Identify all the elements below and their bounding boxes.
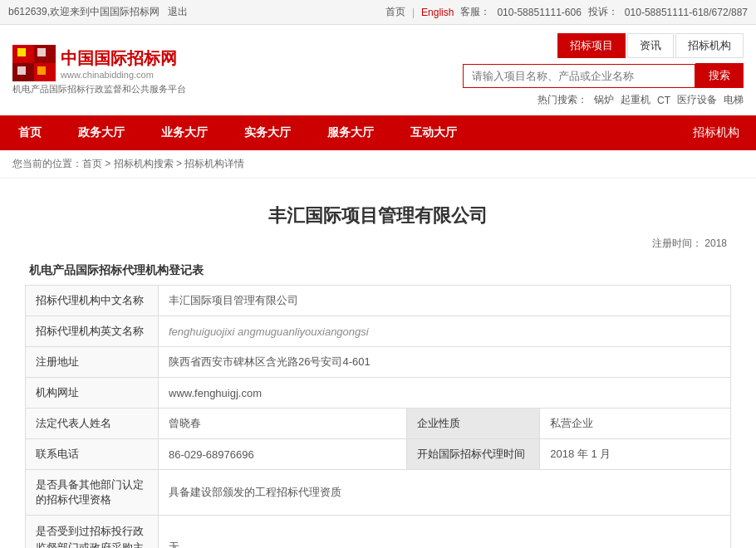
value-address: 陕西省西安市碑林区含光路26号安司4-601 bbox=[159, 347, 731, 378]
logo-svg bbox=[12, 45, 56, 81]
complaint-label: 投诉： bbox=[588, 5, 618, 19]
table-row-punishment: 是否受到过招标投行政监督部门或政府采购主管部门的行政处罚 无 bbox=[26, 516, 731, 549]
label-qualification: 是否具备其他部门认定的招标代理资格 bbox=[26, 470, 159, 516]
english-link[interactable]: English bbox=[421, 7, 454, 18]
search-button[interactable]: 搜索 bbox=[695, 63, 744, 88]
nav-interact[interactable]: 互动大厅 bbox=[392, 115, 475, 150]
label-cn-name: 招标代理机构中文名称 bbox=[26, 286, 159, 316]
svg-rect-6 bbox=[17, 66, 26, 75]
top-bar-right: 首页 | English 客服： 010-58851111-606 投诉： 01… bbox=[385, 5, 748, 19]
logout-link[interactable]: 退出 bbox=[168, 5, 188, 19]
nav-biz[interactable]: 业务大厅 bbox=[143, 115, 226, 150]
value-punishment: 无 bbox=[159, 516, 731, 549]
nav-home[interactable]: 首页 bbox=[0, 115, 60, 150]
value-en-name: fenghuiguojixi angmuguanliyouxiangongsi bbox=[159, 316, 731, 347]
table-section-title: 机电产品国际招标代理机构登记表 bbox=[25, 263, 731, 278]
svg-rect-4 bbox=[17, 48, 26, 56]
breadcrumb: 您当前的位置：首页 > 招标机构搜索 > 招标机构详情 bbox=[0, 150, 756, 179]
svg-rect-5 bbox=[37, 48, 46, 56]
nav-practice[interactable]: 实务大厅 bbox=[226, 115, 309, 150]
table-row-qualification: 是否具备其他部门认定的招标代理资格 具备建设部颁发的工程招标代理资质 bbox=[26, 470, 731, 516]
value-start-time: 2018 年 1 月 bbox=[540, 439, 731, 470]
separator: | bbox=[412, 7, 415, 18]
site-name: 中国国际招标网 bbox=[61, 47, 177, 70]
reg-time-value: 2018 bbox=[704, 237, 727, 249]
breadcrumb-text: 您当前的位置：首页 > 招标机构搜索 > 招标机构详情 bbox=[12, 158, 244, 169]
search-tab-news[interactable]: 资讯 bbox=[627, 33, 674, 58]
search-input[interactable] bbox=[463, 64, 695, 88]
table-row: 机构网址 www.fenghuigj.com bbox=[26, 378, 731, 409]
label-phone: 联系电话 bbox=[26, 439, 159, 470]
hot-item-3[interactable]: CT bbox=[657, 95, 670, 106]
value-cn-name: 丰汇国际项目管理有限公司 bbox=[159, 286, 731, 316]
label-en-name: 招标代理机构英文名称 bbox=[26, 316, 159, 347]
info-table: 招标代理机构中文名称 丰汇国际项目管理有限公司 招标代理机构英文名称 fengh… bbox=[25, 285, 731, 548]
label-website: 机构网址 bbox=[26, 378, 159, 409]
value-phone: 86-029-68976696 bbox=[159, 439, 407, 470]
svg-rect-7 bbox=[37, 66, 46, 75]
top-bar: b612639,欢迎来到中国国际招标网 退出 首页 | English 客服： … bbox=[0, 0, 756, 25]
main-content: 丰汇国际项目管理有限公司 注册时间： 2018 机电产品国际招标代理机构登记表 … bbox=[0, 179, 756, 548]
value-website: www.fenghuigj.com bbox=[159, 378, 731, 409]
service-phone: 010-58851111-606 bbox=[497, 7, 581, 18]
user-greeting: b612639,欢迎来到中国国际招标网 bbox=[8, 5, 160, 19]
logo-text-block: 中国国际招标网 www.chinabidding.com bbox=[61, 47, 177, 80]
nav-agency[interactable]: 招标机构 bbox=[676, 115, 756, 150]
hot-item-1[interactable]: 锅炉 bbox=[594, 93, 614, 107]
nav-bar: 首页 政务大厅 业务大厅 实务大厅 服务大厅 互动大厅 招标机构 bbox=[0, 115, 756, 150]
table-row-split2: 联系电话 86-029-68976696 开始国际招标代理时间 2018 年 1… bbox=[26, 439, 731, 470]
company-title: 丰汇国际项目管理有限公司 bbox=[25, 203, 731, 228]
nav-service[interactable]: 服务大厅 bbox=[309, 115, 392, 150]
hot-label: 热门搜索： bbox=[538, 93, 587, 107]
search-box: 搜索 bbox=[463, 63, 744, 88]
hot-item-2[interactable]: 起重机 bbox=[621, 93, 650, 107]
table-row: 招标代理机构英文名称 fenghuiguojixi angmuguanliyou… bbox=[26, 316, 731, 347]
label-legal-rep: 法定代表人姓名 bbox=[26, 409, 159, 439]
value-legal-rep: 曾晓春 bbox=[159, 409, 407, 439]
complaint-phone: 010-58851111-618/672/887 bbox=[625, 7, 748, 18]
logo-section: 中国国际招标网 www.chinabidding.com 机电产品国际招标行政监… bbox=[12, 45, 186, 95]
hot-search: 热门搜索： 锅炉 起重机 CT 医疗设备 电梯 bbox=[538, 93, 744, 107]
nav-gov[interactable]: 政务大厅 bbox=[60, 115, 143, 150]
search-tabs: 招标项目 资讯 招标机构 bbox=[557, 33, 744, 58]
search-area: 招标项目 资讯 招标机构 搜索 热门搜索： 锅炉 起重机 CT 医疗设备 电梯 bbox=[186, 33, 744, 107]
reg-time: 注册时间： 2018 bbox=[25, 237, 731, 251]
label-address: 注册地址 bbox=[26, 347, 159, 378]
nav-items: 首页 政务大厅 业务大厅 实务大厅 服务大厅 互动大厅 bbox=[0, 115, 475, 150]
label-start-time: 开始国际招标代理时间 bbox=[407, 439, 540, 470]
search-tab-agency[interactable]: 招标机构 bbox=[675, 33, 744, 58]
search-tab-bidding[interactable]: 招标项目 bbox=[557, 33, 626, 58]
top-bar-left: b612639,欢迎来到中国国际招标网 退出 bbox=[8, 5, 188, 19]
value-qualification: 具备建设部颁发的工程招标代理资质 bbox=[159, 470, 731, 516]
hot-item-4[interactable]: 医疗设备 bbox=[677, 93, 717, 107]
table-row: 注册地址 陕西省西安市碑林区含光路26号安司4-601 bbox=[26, 347, 731, 378]
site-domain: www.chinabidding.com bbox=[61, 70, 177, 80]
logo-tagline: 机电产品国际招标行政监督和公共服务平台 bbox=[12, 83, 186, 95]
reg-time-label: 注册时间： bbox=[652, 237, 702, 249]
service-label: 客服： bbox=[460, 5, 490, 19]
table-row-split1: 法定代表人姓名 曾晓春 企业性质 私营企业 bbox=[26, 409, 731, 439]
table-row: 招标代理机构中文名称 丰汇国际项目管理有限公司 bbox=[26, 286, 731, 316]
logo-area: 中国国际招标网 www.chinabidding.com 机电产品国际招标行政监… bbox=[0, 25, 756, 115]
label-punishment: 是否受到过招标投行政监督部门或政府采购主管部门的行政处罚 bbox=[26, 516, 159, 549]
value-biz-type: 私营企业 bbox=[540, 409, 731, 439]
logo-flag-icon bbox=[12, 45, 56, 81]
logo-image: 中国国际招标网 www.chinabidding.com bbox=[12, 45, 186, 81]
home-link[interactable]: 首页 bbox=[385, 5, 405, 19]
hot-item-5[interactable]: 电梯 bbox=[724, 93, 744, 107]
label-biz-type: 企业性质 bbox=[407, 409, 540, 439]
